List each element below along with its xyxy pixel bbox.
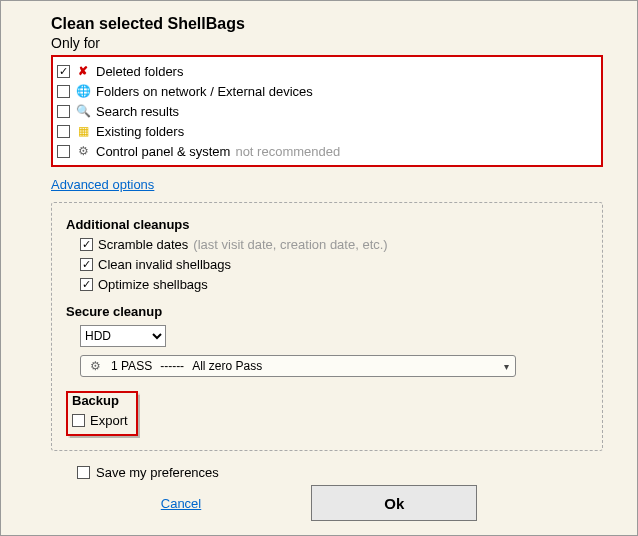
- cleanup-label: Clean invalid shellbags: [98, 257, 231, 272]
- magnifier-icon: 🔍: [75, 103, 91, 119]
- delete-x-icon: ✘: [75, 63, 91, 79]
- filter-row[interactable]: 🔍 Search results: [57, 101, 595, 121]
- dialog-footer: Cancel Ok: [1, 485, 637, 521]
- checkbox-deleted-folders[interactable]: ✓: [57, 65, 70, 78]
- backup-heading: Backup: [72, 393, 128, 408]
- cleanup-label: Optimize shellbags: [98, 277, 208, 292]
- filter-label: Control panel & system: [96, 144, 230, 159]
- secure-cleanup-heading: Secure cleanup: [66, 304, 588, 319]
- export-label: Export: [90, 413, 128, 428]
- chevron-down-icon: ▾: [504, 361, 509, 372]
- only-for-label: Only for: [51, 35, 603, 51]
- cleanup-row[interactable]: ✓ Clean invalid shellbags: [80, 254, 588, 274]
- checkbox-export[interactable]: [72, 414, 85, 427]
- drive-type-select[interactable]: HDD: [80, 325, 166, 347]
- checkbox-existing-folders[interactable]: [57, 125, 70, 138]
- checkbox-control-panel[interactable]: [57, 145, 70, 158]
- cleanup-note: (last visit date, creation date, etc.): [193, 237, 387, 252]
- checkbox-scramble-dates[interactable]: ✓: [80, 238, 93, 251]
- gear-icon: ⚙: [87, 358, 103, 374]
- advanced-options-link[interactable]: Advanced options: [51, 177, 154, 192]
- gear-icon: ⚙: [75, 143, 91, 159]
- filter-label: Folders on network / External devices: [96, 84, 313, 99]
- checkbox-optimize[interactable]: ✓: [80, 278, 93, 291]
- cleanup-row[interactable]: ✓ Scramble dates (last visit date, creat…: [80, 234, 588, 254]
- filter-note: not recommended: [235, 144, 340, 159]
- page-title: Clean selected ShellBags: [51, 15, 603, 33]
- filter-row[interactable]: ⚙ Control panel & system not recommended: [57, 141, 595, 161]
- folder-icon: ▦: [75, 123, 91, 139]
- filter-label: Existing folders: [96, 124, 184, 139]
- pass-sep: ------: [160, 359, 184, 373]
- cleanup-label: Scramble dates: [98, 237, 188, 252]
- filter-row[interactable]: 🌐 Folders on network / External devices: [57, 81, 595, 101]
- checkbox-network-folders[interactable]: [57, 85, 70, 98]
- additional-cleanups-heading: Additional cleanups: [66, 217, 588, 232]
- save-preferences-label: Save my preferences: [96, 465, 219, 480]
- cleanup-row[interactable]: ✓ Optimize shellbags: [80, 274, 588, 294]
- filter-label: Search results: [96, 104, 179, 119]
- checkbox-clean-invalid[interactable]: ✓: [80, 258, 93, 271]
- filter-row[interactable]: ✓ ✘ Deleted folders: [57, 61, 595, 81]
- pass-desc: All zero Pass: [192, 359, 262, 373]
- backup-box: Backup Export: [66, 391, 138, 436]
- save-preferences-row[interactable]: Save my preferences: [77, 465, 603, 480]
- pass-label: 1 PASS: [111, 359, 152, 373]
- ok-button[interactable]: Ok: [311, 485, 477, 521]
- checkbox-search-results[interactable]: [57, 105, 70, 118]
- filter-label: Deleted folders: [96, 64, 183, 79]
- filter-box: ✓ ✘ Deleted folders 🌐 Folders on network…: [51, 55, 603, 167]
- backup-row[interactable]: Export: [72, 410, 128, 430]
- checkbox-save-preferences[interactable]: [77, 466, 90, 479]
- wipe-pass-select[interactable]: ⚙ 1 PASS ------ All zero Pass ▾: [80, 355, 516, 377]
- cleanup-fieldset: Additional cleanups ✓ Scramble dates (la…: [51, 202, 603, 451]
- cancel-link[interactable]: Cancel: [161, 496, 201, 511]
- globe-icon: 🌐: [75, 83, 91, 99]
- filter-row[interactable]: ▦ Existing folders: [57, 121, 595, 141]
